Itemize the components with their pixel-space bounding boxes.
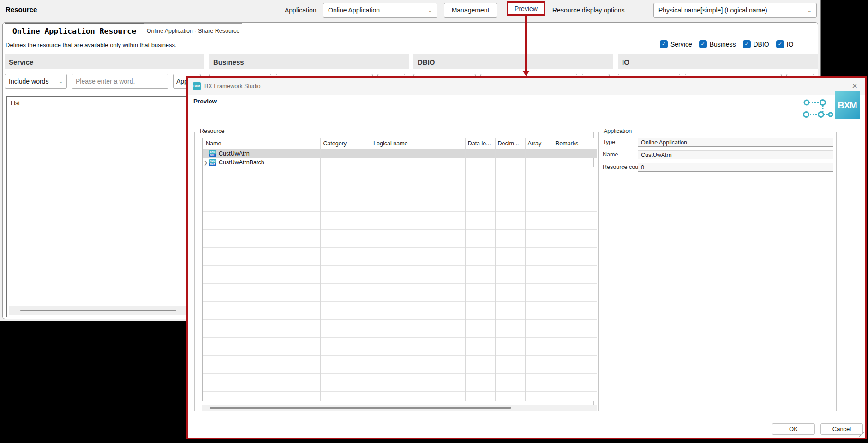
filter-label: IO [787, 41, 794, 48]
annotation-arrow-line [525, 16, 527, 71]
column-search-controls: Include words⌄Please enter a word.Apply [5, 74, 204, 89]
field-label-name: Name [603, 151, 618, 158]
field-label-resource-count: Resource count [603, 164, 643, 170]
field-value-resource-count[interactable]: 0 [638, 163, 833, 172]
table-horizontal-scrollbar[interactable] [202, 405, 597, 411]
preview-button[interactable]: Preview [507, 1, 545, 16]
table-grid-fill [203, 167, 597, 401]
table-column-header[interactable]: Data le... [465, 138, 495, 149]
checkbox-checked-icon[interactable]: ✓ [660, 40, 668, 48]
filter-business[interactable]: ✓Business [699, 40, 736, 48]
description-text: Defines the resource that are available … [6, 42, 177, 48]
column-header: DBIO [413, 54, 613, 69]
filter-label: DBIO [754, 41, 769, 48]
separator [549, 4, 549, 16]
table-row[interactable]: ❯BXMBATCustUwAtrnBatch [203, 158, 597, 168]
table-row[interactable]: BXMONLCustUwAtrn [203, 149, 597, 158]
preview-dialog: BXM BX Framework Studio ✕ Preview BXM Re… [186, 76, 867, 439]
dialog-heading: Preview [193, 98, 217, 105]
dialog-title: BX Framework Studio [204, 83, 261, 90]
resource-type-icon: BXMONL [209, 150, 216, 157]
expand-chevron-icon[interactable]: ❯ [203, 160, 209, 165]
search-mode-select[interactable]: Include words⌄ [5, 74, 67, 89]
resource-name: CustUwAtrnBatch [219, 159, 264, 166]
scrollbar-thumb[interactable] [20, 310, 176, 311]
chevron-down-icon: ⌄ [802, 7, 812, 13]
resize-grip[interactable] [859, 431, 864, 437]
field-label-type: Type [603, 139, 615, 145]
bxm-logo: BXM [802, 91, 860, 119]
field-value-name[interactable]: CustUwAtrn [638, 150, 833, 159]
resource-group-label: Resource [198, 128, 227, 134]
preview-button-label: Preview [515, 5, 538, 12]
display-options-select[interactable]: Physical name[simple] (Logical name) ⌄ [653, 3, 817, 18]
filter-io[interactable]: ✓IO [776, 40, 794, 48]
resource-table-header: NameCategoryLogical nameData le...Decim.… [203, 138, 597, 149]
field-value-type[interactable]: Online Application [638, 138, 833, 147]
table-column-header[interactable]: Remarks [552, 138, 597, 149]
checkbox-checked-icon[interactable]: ✓ [743, 40, 751, 48]
page-title: Resource [6, 6, 37, 13]
bxm-app-icon: BXM [193, 82, 201, 90]
checkbox-checked-icon[interactable]: ✓ [776, 40, 784, 48]
table-column-header[interactable]: Name [203, 138, 320, 149]
annotation-arrow-head [522, 71, 530, 76]
tab-online-application-resource[interactable]: Online Application Resource [5, 23, 144, 38]
application-group: Application TypeOnline ApplicationNameCu… [598, 132, 837, 411]
application-select[interactable]: Online Application ⌄ [323, 3, 437, 18]
application-group-label: Application [601, 128, 634, 134]
checkbox-checked-icon[interactable]: ✓ [699, 40, 707, 48]
chevron-down-icon: ⌄ [423, 7, 432, 13]
tab-online-application-share-resource[interactable]: Online Application - Share Resource [144, 23, 242, 38]
dialog-titlebar: BXM BX Framework Studio ✕ [188, 78, 865, 95]
column-header: IO [618, 54, 818, 69]
resource-column-service: ServiceInclude words⌄Please enter a word… [5, 54, 204, 89]
resource-table: NameCategoryLogical nameData le...Decim.… [202, 138, 597, 401]
filter-dbio[interactable]: ✓DBIO [743, 40, 769, 48]
scrollbar-thumb[interactable] [210, 407, 511, 409]
filter-checkbox-group: ✓Service✓Business✓DBIO✓IO [660, 40, 794, 48]
application-label: Application [285, 6, 317, 14]
filter-label: Business [710, 41, 736, 48]
ok-button[interactable]: OK [772, 423, 815, 435]
list-horizontal-scrollbar[interactable] [9, 306, 199, 315]
table-column-header[interactable]: Logical name [370, 138, 465, 149]
resource-group: Resource NameCategoryLogical nameData le… [194, 132, 594, 411]
management-button[interactable]: Management [444, 3, 497, 18]
search-input[interactable]: Please enter a word. [72, 74, 168, 89]
separator [502, 4, 502, 16]
bxm-logo-diagram-icon [802, 98, 833, 119]
service-list-box: List [6, 96, 202, 317]
bxm-logo-square: BXM [835, 91, 860, 119]
list-label: List [11, 100, 20, 107]
resource-table-body: BXMONLCustUwAtrn❯BXMBATCustUwAtrnBatch [203, 149, 597, 167]
filter-label: Service [670, 41, 692, 48]
resource-type-icon: BXMBAT [209, 159, 216, 166]
topbar: Resource Application Online Application … [0, 0, 820, 21]
display-options-label: Resource display options [552, 6, 624, 14]
application-select-value: Online Application [328, 6, 380, 14]
display-options-value: Physical name[simple] (Logical name) [658, 6, 767, 14]
table-column-header[interactable]: Decim... [495, 138, 525, 149]
resource-name: CustUwAtrn [219, 150, 250, 157]
filter-service[interactable]: ✓Service [660, 40, 692, 48]
column-header: Business [209, 54, 409, 69]
column-header: Service [5, 54, 204, 69]
table-column-header[interactable]: Array [524, 138, 552, 149]
table-column-header[interactable]: Category [320, 138, 370, 149]
cancel-button[interactable]: Cancel [820, 423, 863, 435]
close-icon[interactable]: ✕ [852, 82, 858, 90]
